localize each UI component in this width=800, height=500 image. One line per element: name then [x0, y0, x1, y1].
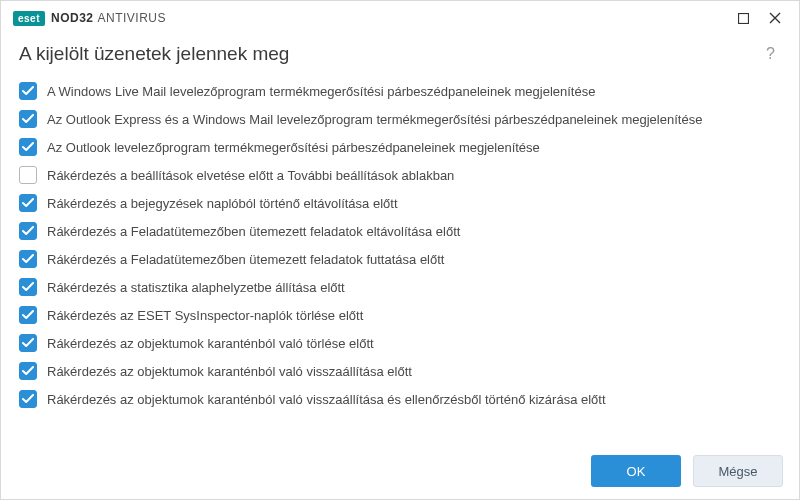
- cancel-label: Mégse: [718, 464, 757, 479]
- option-row: Az Outlook Express és a Windows Mail lev…: [17, 105, 785, 133]
- option-label: Rákérdezés a Feladatütemezőben ütemezett…: [47, 224, 460, 239]
- checkmark-icon: [22, 338, 34, 348]
- option-label: Rákérdezés az objektumok karanténból val…: [47, 336, 374, 351]
- help-icon: ?: [766, 45, 775, 62]
- option-label: Rákérdezés a statisztika alaphelyzetbe á…: [47, 280, 345, 295]
- help-button[interactable]: ?: [762, 41, 779, 67]
- footer: OK Mégse: [1, 443, 799, 499]
- options-panel: A Windows Live Mail levelezőprogram term…: [17, 77, 789, 443]
- option-checkbox[interactable]: [19, 390, 37, 408]
- option-label: Rákérdezés a bejegyzések naplóból történ…: [47, 196, 398, 211]
- option-checkbox[interactable]: [19, 194, 37, 212]
- checkmark-icon: [22, 394, 34, 404]
- checkmark-icon: [22, 310, 34, 320]
- brand-rest: ANTIVIRUS: [98, 11, 167, 25]
- option-row: Rákérdezés a Feladatütemezőben ütemezett…: [17, 245, 785, 273]
- options-scrollarea[interactable]: A Windows Live Mail levelezőprogram term…: [17, 77, 789, 443]
- option-checkbox[interactable]: [19, 110, 37, 128]
- option-row: Rákérdezés a beállítások elvetése előtt …: [17, 161, 785, 189]
- option-label: Rákérdezés az objektumok karanténból val…: [47, 364, 412, 379]
- checkmark-icon: [22, 142, 34, 152]
- option-checkbox[interactable]: [19, 362, 37, 380]
- option-row: Rákérdezés az objektumok karanténból val…: [17, 357, 785, 385]
- cancel-button[interactable]: Mégse: [693, 455, 783, 487]
- option-checkbox[interactable]: [19, 138, 37, 156]
- option-label: Rákérdezés az ESET SysInspector-naplók t…: [47, 308, 363, 323]
- checkmark-icon: [22, 366, 34, 376]
- brand-badge: eset: [13, 11, 45, 26]
- option-row: Rákérdezés az ESET SysInspector-naplók t…: [17, 301, 785, 329]
- option-row: Rákérdezés az objektumok karanténból val…: [17, 385, 785, 413]
- option-checkbox[interactable]: [19, 334, 37, 352]
- ok-label: OK: [627, 464, 646, 479]
- checkmark-icon: [22, 282, 34, 292]
- checkmark-icon: [22, 114, 34, 124]
- checkmark-icon: [22, 254, 34, 264]
- option-label: Az Outlook levelezőprogram termékmegerős…: [47, 140, 540, 155]
- checkmark-icon: [22, 226, 34, 236]
- option-row: Az Outlook levelezőprogram termékmegerős…: [17, 133, 785, 161]
- option-row: Rákérdezés az objektumok karanténból val…: [17, 329, 785, 357]
- option-checkbox[interactable]: [19, 82, 37, 100]
- option-checkbox[interactable]: [19, 166, 37, 184]
- titlebar: eset NOD32ANTIVIRUS: [1, 1, 799, 35]
- brand-bold: NOD32: [51, 11, 94, 25]
- close-button[interactable]: [759, 4, 791, 32]
- ok-button[interactable]: OK: [591, 455, 681, 487]
- option-label: Az Outlook Express és a Windows Mail lev…: [47, 112, 702, 127]
- close-icon: [769, 12, 781, 24]
- option-row: A Windows Live Mail levelezőprogram term…: [17, 77, 785, 105]
- option-row: Rákérdezés a statisztika alaphelyzetbe á…: [17, 273, 785, 301]
- brand-text: NOD32ANTIVIRUS: [51, 11, 166, 25]
- option-label: A Windows Live Mail levelezőprogram term…: [47, 84, 595, 99]
- option-checkbox[interactable]: [19, 250, 37, 268]
- svg-rect-0: [738, 13, 748, 23]
- option-checkbox[interactable]: [19, 278, 37, 296]
- option-label: Rákérdezés az objektumok karanténból val…: [47, 392, 606, 407]
- option-checkbox[interactable]: [19, 306, 37, 324]
- option-checkbox[interactable]: [19, 222, 37, 240]
- option-row: Rákérdezés a Feladatütemezőben ütemezett…: [17, 217, 785, 245]
- dialog-window: eset NOD32ANTIVIRUS A kijelölt üzenetek …: [0, 0, 800, 500]
- checkmark-icon: [22, 198, 34, 208]
- option-label: Rákérdezés a beállítások elvetése előtt …: [47, 168, 454, 183]
- brand: eset NOD32ANTIVIRUS: [13, 11, 166, 26]
- page-title: A kijelölt üzenetek jelennek meg: [19, 43, 762, 65]
- maximize-icon: [738, 13, 749, 24]
- option-row: Rákérdezés a bejegyzések naplóból történ…: [17, 189, 785, 217]
- option-label: Rákérdezés a Feladatütemezőben ütemezett…: [47, 252, 444, 267]
- maximize-button[interactable]: [727, 4, 759, 32]
- checkmark-icon: [22, 86, 34, 96]
- heading-row: A kijelölt üzenetek jelennek meg ?: [1, 35, 799, 77]
